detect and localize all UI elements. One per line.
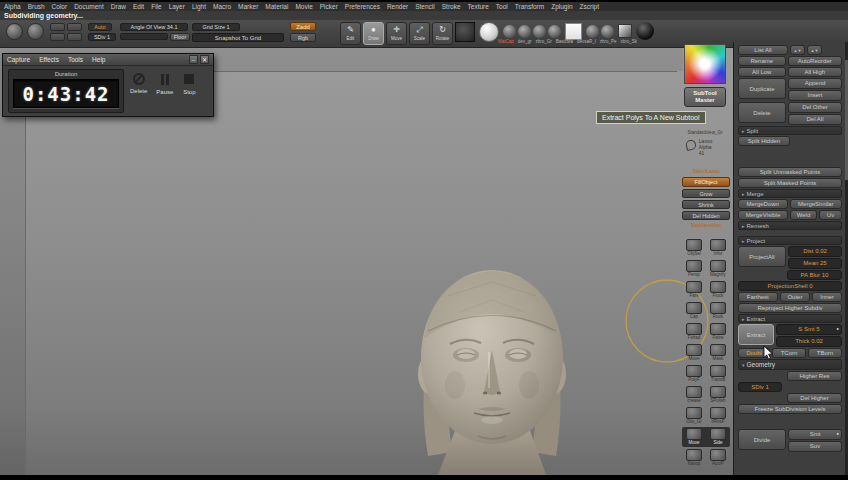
pa-blur-10-slider[interactable]: PA Blur 10 <box>787 270 842 280</box>
current-material-sphere[interactable] <box>479 22 499 42</box>
shelf-icon-actvp[interactable]: ActvP <box>707 449 729 467</box>
grow-button[interactable]: Grow <box>682 189 730 198</box>
delete-button[interactable]: Delete <box>130 73 147 95</box>
menu-item-movie[interactable]: Movie <box>295 3 312 10</box>
rgb-button[interactable]: Rgb <box>290 33 316 42</box>
append-button[interactable]: Append <box>788 78 842 89</box>
mode-rotate-button[interactable]: ↻Rotate <box>432 22 453 45</box>
menu-item-draw[interactable]: Draw <box>111 3 126 10</box>
section-header-project[interactable]: ▸Project <box>738 236 842 245</box>
reproject-higher-subdiv-button[interactable]: Reproject Higher Subdiv <box>738 303 842 313</box>
tborn-button[interactable]: TBorn <box>808 348 842 358</box>
menu-item-edit[interactable]: Edit <box>133 3 144 10</box>
menu-item-brush[interactable]: Brush <box>28 3 45 10</box>
inner-button[interactable]: Inner <box>812 292 842 302</box>
material-sphere[interactable] <box>518 25 531 38</box>
split-masked-points-button[interactable]: Split Masked Points <box>738 178 842 188</box>
menu-item-tool[interactable]: Tool <box>496 3 508 10</box>
material-sphere[interactable] <box>601 25 614 38</box>
stroke-preview-icon[interactable] <box>455 22 475 42</box>
mergedown-button[interactable]: MergeDown <box>738 199 788 209</box>
rename-button[interactable]: Rename <box>738 56 786 66</box>
color-picker[interactable] <box>684 44 726 84</box>
mode-edit-button[interactable]: ✎Edit <box>340 22 361 45</box>
capture-menu-help[interactable]: Help <box>92 56 105 63</box>
freeze-subdivision-levels-button[interactable]: Freeze SubDivision Levels <box>738 404 842 414</box>
pause-button[interactable]: Pause <box>156 73 173 95</box>
menu-item-stencil[interactable]: Stencil <box>415 3 435 10</box>
shelf-icon-otls-gr[interactable]: Otls_Gr <box>683 407 705 425</box>
shelf-icon-xanop[interactable]: Xanop <box>683 449 705 467</box>
material-sphere[interactable] <box>533 25 546 38</box>
current-color-swatch[interactable] <box>565 23 582 40</box>
projectall-button[interactable]: ProjectAll <box>738 246 786 267</box>
menu-item-material[interactable]: Material <box>265 3 288 10</box>
shelf-icon-rock[interactable]: Rock <box>707 302 729 320</box>
section-header-extract[interactable]: ▸Extract <box>738 314 842 323</box>
suv-button[interactable]: Suv <box>788 441 842 452</box>
shelf-icon-infor[interactable]: Infor <box>707 239 729 257</box>
snapshot-to-grid-button[interactable]: Snapshot To Grid <box>192 33 284 42</box>
shelf-icon-transb[interactable]: TransB <box>707 365 729 383</box>
material-sphere[interactable] <box>586 25 599 38</box>
split-hidden-button[interactable]: Split Hidden <box>738 136 790 146</box>
section-header-remesh[interactable]: ▸Remesh <box>738 221 842 230</box>
zadd-button[interactable]: Zadd <box>290 22 316 31</box>
mergesimilar-button[interactable]: MergeSimilar <box>790 199 842 209</box>
delete-button[interactable]: Delete <box>738 102 786 123</box>
shelf-icon-flock[interactable]: Flock <box>707 281 729 299</box>
mode-scale-button[interactable]: ⤢Scale <box>409 22 430 45</box>
shelf-icon-move[interactable]: Move <box>683 428 705 446</box>
toolbar-small-button[interactable] <box>50 23 65 31</box>
material-sphere[interactable] <box>548 25 561 38</box>
menu-item-zscript[interactable]: Zscript <box>580 3 600 10</box>
menu-item-preferences[interactable]: Preferences <box>345 3 380 10</box>
menu-item-macro[interactable]: Macro <box>213 3 231 10</box>
sdiv-slider[interactable]: SDiv 1 <box>88 33 116 41</box>
menu-item-render[interactable]: Render <box>387 3 408 10</box>
panel-scroll-button[interactable]: ▲▼ <box>790 45 805 55</box>
alpha-label[interactable]: Alpha 41 <box>699 144 715 156</box>
tool-preview-icon[interactable] <box>6 23 23 40</box>
shelf-icon-objsel[interactable]: ObjSel <box>683 239 705 257</box>
mode-draw-button[interactable]: ●Draw <box>363 22 384 45</box>
menu-item-document[interactable]: Document <box>74 3 104 10</box>
mergevisible-button[interactable]: MergeVisible <box>738 210 788 220</box>
material-sphere[interactable] <box>503 25 516 38</box>
slider-groove[interactable] <box>120 33 168 40</box>
capture-menu-capture[interactable]: Capture <box>7 56 30 63</box>
black-material-sphere[interactable] <box>636 22 654 40</box>
smt-button[interactable]: Smt● <box>788 429 842 440</box>
shelf-icon-magnify[interactable]: Magnify <box>707 260 729 278</box>
menu-item-light[interactable]: Light <box>192 3 206 10</box>
divide-button[interactable]: Divide <box>738 429 786 450</box>
projectionshell-0-slider[interactable]: ProjectionShell 0 <box>738 281 842 291</box>
duplicate-button[interactable]: Duplicate <box>738 78 786 99</box>
tcorn-button[interactable]: TCorn <box>772 348 806 358</box>
floor-button[interactable]: Floor <box>170 33 190 41</box>
shelf-icon-fshad[interactable]: Fshad <box>683 323 705 341</box>
del-all-button[interactable]: Del All <box>788 114 842 125</box>
lasso-icon[interactable] <box>685 139 697 151</box>
mean-25-slider[interactable]: Mean 25 <box>788 258 842 269</box>
section-header-merge[interactable]: ▸Merge <box>738 189 842 198</box>
section-header-geometry[interactable]: ▾Geometry <box>738 359 842 370</box>
grid-size-slider[interactable]: Grid Size 1 <box>192 23 240 31</box>
shelf-icon-move[interactable]: Move <box>683 344 705 362</box>
menu-item-alpha[interactable]: Alpha <box>4 3 21 10</box>
shelf-icon-fars[interactable]: Fars <box>683 281 705 299</box>
menu-item-layer[interactable]: Layer <box>169 3 185 10</box>
shelf-icon-mask[interactable]: Mask <box>707 344 729 362</box>
panel-scroll-button[interactable]: ▲▼ <box>807 45 822 55</box>
menu-item-stroke[interactable]: Stroke <box>442 3 461 10</box>
menu-item-marker[interactable]: Marker <box>238 3 258 10</box>
gradient-swatch[interactable] <box>618 24 632 38</box>
split-unmasked-points-button[interactable]: Split Unmasked Points <box>738 167 842 177</box>
autoreorder-button[interactable]: AutoReorder <box>788 56 842 66</box>
tool-preview-icon[interactable] <box>27 23 44 40</box>
toolbar-small-button[interactable] <box>50 33 65 41</box>
menu-item-picker[interactable]: Picker <box>320 3 338 10</box>
shelf-icon-spolish[interactable]: SPolish <box>707 386 729 404</box>
selectlasso-button[interactable]: SelectLasso <box>682 168 730 174</box>
del-hidden-button[interactable]: Del Hidden <box>682 211 730 220</box>
